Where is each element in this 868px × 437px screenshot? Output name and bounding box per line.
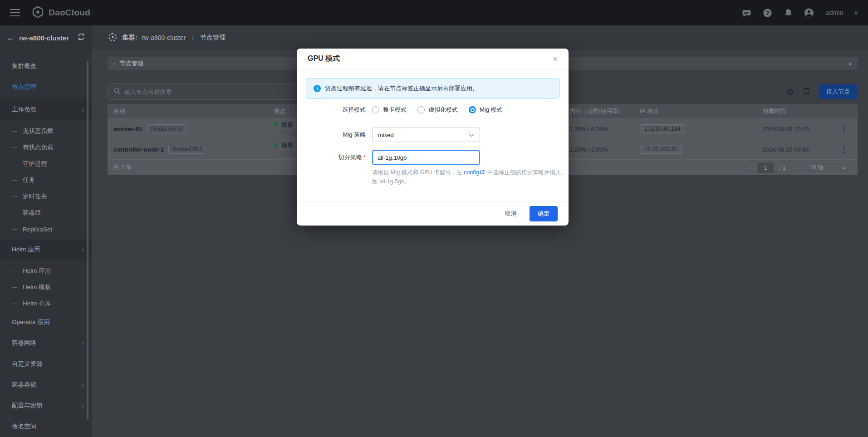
chevron-up-icon: ∧ [81,108,84,113]
radio-icon[interactable] [372,106,379,113]
sidebar-item-集群概览[interactable]: 集群概览 [0,56,92,77]
page-next-icon[interactable]: › [790,163,796,172]
sidebar-item-自定义资源[interactable]: 自定义资源 [0,354,92,374]
breadcrumb-separator: / [192,34,194,41]
status-dot [274,143,278,147]
col-header-ip: IP 地址 [640,107,762,115]
chevron-down-icon: ∨ [81,341,84,346]
refresh-icon[interactable] [802,87,810,97]
page-prev-icon[interactable]: ‹ [746,163,752,172]
back-arrow-icon[interactable]: ← [6,34,15,42]
radio-icon[interactable] [417,106,425,113]
kebab-menu-icon[interactable]: ⋮ [840,145,848,154]
sidebar-item-Helm 应用[interactable]: —Helm 应用 [0,263,92,279]
node-name-link[interactable]: worker-01 [113,126,142,133]
sidebar-item-label: 命名空间 [12,422,36,431]
panel-chevron-icon: › [113,60,115,67]
page-size-select[interactable]: 10 项 [804,161,852,174]
sidebar-item-无状态负载[interactable]: —无状态负载 [0,123,92,139]
panel-title: 节点管理 [120,59,143,68]
split-strategy-input[interactable] [372,150,480,165]
panel-close-icon[interactable]: × [848,60,852,68]
sidebar-item-label: 无状态负载 [23,127,54,135]
cluster-switch-icon[interactable] [77,33,85,43]
search-input[interactable] [124,88,308,95]
sidebar-item-label: Helm 仓库 [23,300,51,308]
cell-created: 2024-06-26 10:03 [762,125,830,133]
external-link-icon [480,169,485,177]
created-time: 2024-06-25 09:43 [762,146,809,153]
sidebar-item-label: 有状态负载 [23,143,54,152]
user-avatar[interactable] [804,8,814,18]
sidebar-item-守护进程[interactable]: —守护进程 [0,156,92,172]
cell-memory: 1.23% / 2.09% [569,145,640,153]
dialog-close-icon[interactable]: × [553,55,558,63]
help-icon[interactable]: ? [762,8,772,18]
pagination: ‹ 1 / 1 › 10 项 [746,161,852,174]
sidebar-item-工作负载[interactable]: 工作负载∧ [0,99,92,120]
mode-radio-Mig 模式[interactable]: Mig 模式 [469,106,503,114]
sidebar-item-label: 容器网络 [12,339,36,347]
sidebar-item-命名空间[interactable]: 命名空间 [0,416,92,437]
dash-bullet-icon: — [12,193,17,200]
brand-logo[interactable]: DaoCloud [32,6,90,20]
cell-actions: ⋮ [830,124,858,134]
sidebar-menu: 集群概览节点管理工作负载∧—无状态负载—有状态负载—守护进程—任务—定时任务—容… [0,56,92,437]
breadcrumb-cluster-name[interactable]: rw-a800-cluster [142,34,186,41]
notifications-bell-icon[interactable] [783,8,793,18]
menu-toggle-icon[interactable] [10,9,20,16]
username-label: admin [826,9,843,16]
sidebar-item-有状态负载[interactable]: —有状态负载 [0,139,92,156]
dash-bullet-icon: — [12,226,17,232]
mig-strategy-label: Mig 策略 [306,131,372,139]
dash-bullet-icon: — [12,210,17,216]
page-size-value: 10 项 [809,163,824,172]
sidebar-item-label: 容器组 [23,209,41,217]
sidebar-item-Helm 应用[interactable]: Helm 应用∧ [0,239,92,260]
sidebar-item-定时任务[interactable]: —定时任务 [0,188,92,205]
mode-radio-整卡模式[interactable]: 整卡模式 [372,106,407,114]
mig-strategy-select[interactable]: mixed [372,128,480,142]
sidebar-item-Helm 仓库[interactable]: —Helm 仓库 [0,295,92,312]
sidebar-item-节点管理[interactable]: 节点管理 [0,77,92,98]
brand-name: DaoCloud [49,8,90,18]
page-number-box[interactable]: 1 [756,162,775,173]
join-node-button[interactable]: 接入节点 [819,84,858,99]
sidebar-nav: 集群概览节点管理工作负载∧—无状态负载—有状态负载—守护进程—任务—定时任务—容… [0,50,92,437]
sidebar-item-容器网络[interactable]: 容器网络∨ [0,333,92,354]
chevron-down-icon [469,132,474,138]
cancel-button[interactable]: 取消 [498,206,524,221]
sidebar-item-label: 自定义资源 [12,360,43,368]
radio-label: 整卡模式 [383,106,407,114]
sidebar-item-容器组[interactable]: —容器组 [0,205,92,221]
dash-bullet-icon: — [12,268,17,274]
node-name-link[interactable]: controller-node-1 [113,146,164,153]
sidebar-item-label: Helm 应用 [12,246,40,254]
cell-ip: 172.30.40.184 [640,124,762,133]
sidebar-item-任务[interactable]: —任务 [0,172,92,188]
feedback-icon[interactable] [741,8,751,18]
memory-value: 1.76% / 6.28% [569,126,608,133]
settings-gear-icon[interactable]: ⚙ [786,88,794,96]
sidebar-item-配置与密钥[interactable]: 配置与密钥∨ [0,395,92,416]
info-alert: i 切换过程稍有延迟，请在节点标签正确显示后再部署应用。 [306,79,559,98]
mode-radio-虚拟化模式[interactable]: 虚拟化模式 [417,106,458,114]
sidebar-item-Helm 模板[interactable]: —Helm 模板 [0,279,92,295]
sidebar-item-容器存储[interactable]: 容器存储∨ [0,374,92,395]
config-link[interactable]: config [464,169,479,176]
radio-selected-icon[interactable] [469,106,476,113]
sidebar-item-ReplicaSet[interactable]: —ReplicaSet [0,221,92,237]
sidebar-item-Operator 应用[interactable]: Operator 应用 [0,312,92,333]
kebab-menu-icon[interactable]: ⋮ [840,125,848,133]
confirm-button[interactable]: 确定 [530,206,558,221]
dialog-footer: 取消 确定 [297,201,569,226]
sidebar-scrollbar[interactable] [87,61,88,420]
chevron-up-icon: ∧ [81,247,84,252]
user-menu-chevron-icon[interactable]: ∨ [854,10,858,16]
dash-bullet-icon: — [12,300,17,307]
chevron-down-icon: ∨ [81,383,84,388]
mode-label: 选择模式 [306,106,372,114]
info-icon: i [314,85,321,92]
search-box[interactable] [108,83,314,100]
sidebar-item-label: 任务 [23,176,35,184]
